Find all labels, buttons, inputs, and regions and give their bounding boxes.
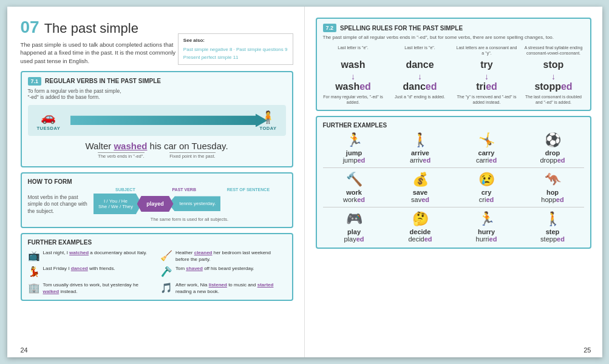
work-past: worked bbox=[343, 196, 365, 203]
section-71-header: 7.1 REGULAR VERBS IN THE PAST SIMPLE bbox=[28, 77, 286, 86]
spelling-title: SPELLING RULES FOR THE PAST SIMPLE bbox=[340, 25, 463, 32]
hurry-icon: 🏃 bbox=[478, 211, 495, 227]
example-text-4: Tom shaved off his beard yesterday. bbox=[175, 265, 254, 272]
car-icon: 🚗 bbox=[41, 110, 56, 124]
verb-cry: 😢 cry cried bbox=[455, 172, 518, 203]
spell-note-dance: Last letter is "e". bbox=[404, 45, 435, 57]
section-71-box: 7.1 REGULAR VERBS IN THE PAST SIMPLE To … bbox=[21, 71, 293, 167]
example-text-2: Heather cleaned her bedroom last weekend… bbox=[175, 249, 286, 263]
spell-base-try: try bbox=[480, 59, 492, 70]
cry-past: cried bbox=[479, 196, 494, 203]
section-71-title: REGULAR VERBS IN THE PAST SIMPLE bbox=[45, 78, 161, 84]
page-number-left: 24 bbox=[21, 346, 28, 354]
cry-icon: 😢 bbox=[478, 172, 495, 187]
save-past: saved bbox=[411, 196, 429, 203]
spell-past-dance: danced bbox=[403, 81, 437, 92]
step-base: step bbox=[546, 228, 560, 235]
spelling-rules-box: 7.2 SPELLING RULES FOR THE PAST SIMPLE T… bbox=[316, 18, 591, 111]
sentence-highlight: washed bbox=[114, 141, 147, 151]
timeline-wrapper: 🚗 TUESDAY 🧍 TODAY bbox=[28, 105, 286, 136]
spell-subnote-stop: The last consonant is doubled and "-ed" … bbox=[523, 94, 584, 105]
intro-text: The past simple is used to talk about co… bbox=[21, 41, 179, 65]
decide-icon: 🤔 bbox=[412, 211, 429, 227]
work-base: work bbox=[346, 189, 362, 196]
spelling-badge: 7.2 bbox=[323, 24, 337, 32]
verb-drop: ⚽ drop dropped bbox=[522, 132, 584, 164]
example-item-2: 🧹 Heather cleaned her bedroom last weeke… bbox=[160, 249, 286, 263]
section-71-sub: To form a regular verb in the past simpl… bbox=[28, 88, 286, 100]
spell-note-wash: Last letter is "e". bbox=[338, 45, 369, 57]
further-right-title: FURTHER EXAMPLES bbox=[323, 122, 584, 129]
hurry-base: hurry bbox=[478, 228, 495, 235]
see-also-link-1[interactable]: Past simple negative 8 · Past simple que… bbox=[183, 46, 288, 54]
spell-note-stop: A stressed final syllable ending consona… bbox=[523, 45, 584, 57]
puzzle-rest: tennis yesterday. bbox=[169, 196, 221, 211]
spelling-cols: Last letter is "e". wash ↓ washed For ma… bbox=[323, 45, 584, 105]
example-icon-6: 🎵 bbox=[160, 281, 172, 295]
examples-grid: 📺 Last night, I watched a documentary ab… bbox=[28, 249, 286, 295]
carry-past: carried bbox=[476, 157, 497, 164]
sentence-before: Walter bbox=[85, 141, 114, 151]
verb-grid: 🏃 jump jumped 🚶 arrive arrived 🤸 carry c… bbox=[323, 132, 584, 243]
example-icon-2: 🧹 bbox=[160, 249, 172, 263]
chapter-name: The past simple bbox=[44, 21, 138, 36]
spell-base-stop: stop bbox=[543, 59, 564, 70]
verb-hop: 🦘 hop hopped bbox=[522, 172, 584, 203]
see-also-link-2[interactable]: Present perfect simple 11 bbox=[183, 54, 288, 62]
example-icon-1: 📺 bbox=[28, 249, 40, 263]
drop-icon: ⚽ bbox=[545, 132, 561, 148]
example-text-3: Last Friday I danced with friends. bbox=[43, 265, 115, 272]
cry-base: cry bbox=[481, 189, 492, 196]
puzzle-subject: I / You / HeShe / We / They bbox=[94, 194, 142, 214]
further-examples-left: FURTHER EXAMPLES 📺 Last night, I watched… bbox=[21, 233, 293, 301]
save-base: save bbox=[413, 189, 427, 196]
spell-past-stop: stopped bbox=[534, 81, 572, 92]
spell-arrow-dance: ↓ bbox=[418, 72, 422, 81]
main-example: Walter washed his car on Tuesday. bbox=[28, 141, 286, 151]
example-icon-3: 💃 bbox=[28, 265, 40, 278]
spell-col-stop: A stressed final syllable ending consona… bbox=[523, 45, 584, 105]
spell-col-wash: Last letter is "e". wash ↓ washed For ma… bbox=[323, 45, 384, 105]
puzzle-container: SUBJECT PAST VERB REST OF SENTENCE I / Y… bbox=[94, 187, 286, 222]
arrive-past: arrived bbox=[410, 157, 430, 164]
verb-arrive: 🚶 arrive arrived bbox=[389, 132, 452, 164]
section-71-badge: 7.1 bbox=[28, 77, 42, 86]
example-item-1: 📺 Last night, I watched a documentary ab… bbox=[28, 249, 154, 263]
hop-past: hopped bbox=[541, 196, 563, 203]
verb-decide: 🤔 decide decided bbox=[389, 211, 452, 243]
chapter-number: 07 bbox=[21, 18, 39, 37]
save-icon: 💰 bbox=[412, 172, 429, 187]
decide-past: decided bbox=[408, 235, 432, 243]
form-note: The same form is used for all subjects. bbox=[94, 217, 286, 222]
spell-arrow-try: ↓ bbox=[485, 72, 489, 81]
example-item-5: 🏢 Tom usually drives to work, but yester… bbox=[28, 281, 154, 295]
verb-hurry: 🏃 hurry hurried bbox=[455, 211, 518, 243]
timeline-today: 🧍 TODAY bbox=[260, 110, 277, 131]
jump-past: jumped bbox=[343, 157, 366, 164]
verb-step: 🚶 step stepped bbox=[522, 211, 584, 243]
verb-jump: 🏃 jump jumped bbox=[323, 132, 386, 164]
example-icon-5: 🏢 bbox=[28, 281, 40, 295]
verb-divider-2 bbox=[323, 207, 584, 207]
spell-subnote-wash: For many regular verbs, "-ed" is added. bbox=[323, 94, 384, 105]
jump-icon: 🏃 bbox=[346, 132, 362, 148]
spell-past-try: tried bbox=[476, 81, 497, 92]
example-text-5: Tom usually drives to work, but yesterda… bbox=[43, 281, 154, 295]
left-page: 07 The past simple The past simple is us… bbox=[7, 7, 305, 357]
person-icon: 🧍 bbox=[260, 110, 276, 124]
how-to-form-title: HOW TO FORM bbox=[28, 178, 286, 185]
example-item-6: 🎵 After work, Nia listened to music and … bbox=[160, 281, 286, 295]
example-text-1: Last night, I watched a documentary abou… bbox=[43, 249, 148, 256]
example-icon-4: 🪒 bbox=[160, 265, 172, 278]
example-text-6: After work, Nia listened to music and st… bbox=[175, 281, 286, 295]
right-page: 7.2 SPELLING RULES FOR THE PAST SIMPLE T… bbox=[305, 7, 602, 357]
spell-subnote-try: The "y" is removed and "-ied" is added i… bbox=[457, 94, 517, 105]
book-spread: 07 The past simple The past simple is us… bbox=[7, 7, 602, 357]
timeline-arrow bbox=[70, 113, 268, 127]
spell-base-wash: wash bbox=[341, 59, 365, 70]
timeline-row: 🚗 TUESDAY 🧍 TODAY bbox=[28, 110, 286, 131]
further-examples-right: FURTHER EXAMPLES 🏃 jump jumped 🚶 arrive … bbox=[316, 116, 591, 249]
verb-divider-1 bbox=[323, 167, 584, 168]
verb-carry: 🤸 carry carried bbox=[455, 132, 518, 164]
sentence-after: his car on Tuesday. bbox=[147, 141, 228, 151]
